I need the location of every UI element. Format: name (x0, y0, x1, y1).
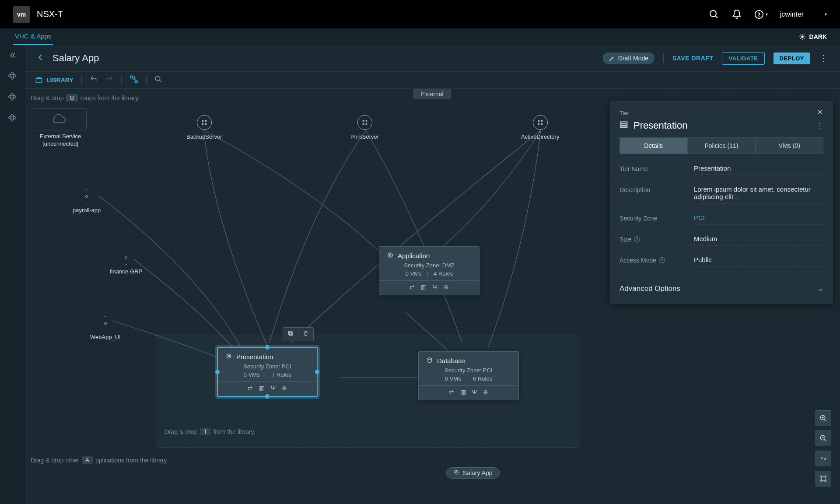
label-access-mode: Access Mode? (620, 256, 685, 264)
svg-point-41 (228, 355, 230, 357)
hint-tiers: Drag & drop T from the library. (164, 428, 256, 435)
lock-icon (387, 252, 393, 259)
tab-details[interactable]: Details (620, 137, 687, 154)
node-activedirectory[interactable]: ActiveDirectory (521, 115, 559, 140)
topbar: vm NSX-T ▾ jcwinter ▾ (0, 0, 840, 28)
node-payroll-app[interactable]: payroll-app (73, 189, 101, 214)
svg-point-43 (455, 470, 458, 474)
svg-rect-32 (538, 120, 539, 122)
tab-vhc-apps[interactable]: VHC & Apps (13, 28, 53, 45)
search-icon[interactable] (709, 9, 719, 20)
svg-line-9 (800, 35, 801, 35)
back-button[interactable] (37, 52, 45, 64)
tier-application[interactable]: Application Security Zone: DMZ 0 VMs|4 R… (379, 246, 480, 295)
shield-icon[interactable]: ⊕ (282, 385, 287, 392)
network-icon[interactable]: Ψ (472, 388, 477, 396)
help-icon[interactable]: ? (659, 257, 665, 263)
zoom-out-button[interactable] (816, 430, 831, 446)
field-description[interactable]: Lorem ipsum dolor sit amet, consectetur … (694, 186, 823, 203)
swap-icon[interactable]: ⇄ (248, 385, 253, 392)
label-size: Size? (620, 235, 685, 243)
svg-rect-39 (288, 331, 291, 334)
fit-screen-button[interactable] (816, 451, 831, 466)
resize-handle[interactable] (265, 394, 270, 399)
field-security-zone[interactable]: PCI (694, 214, 823, 224)
svg-line-1 (715, 16, 718, 18)
svg-rect-52 (822, 477, 825, 480)
notifications-icon[interactable] (732, 9, 742, 20)
svg-point-16 (10, 93, 14, 101)
server-icon[interactable]: ▥ (460, 388, 466, 396)
node-finance-grp[interactable]: finance-GRP (110, 251, 142, 275)
svg-point-14 (10, 72, 14, 80)
shield-icon[interactable]: ⊕ (483, 388, 488, 396)
chevron-down-icon: ▾ (766, 12, 768, 17)
primary-tabs: VHC & Apps DARK (0, 28, 840, 45)
node-printserver[interactable]: PrintServer (350, 115, 379, 140)
field-access-mode[interactable]: Public (694, 256, 823, 266)
copy-icon[interactable] (283, 328, 298, 341)
zoom-in-button[interactable] (816, 410, 831, 426)
svg-point-4 (801, 35, 803, 38)
field-size[interactable]: Medium (694, 235, 823, 245)
tier-icon (620, 120, 628, 131)
draft-mode-badge: Draft Mode (603, 52, 654, 64)
grid-icon (197, 115, 212, 130)
svg-line-10 (804, 38, 804, 38)
undo-icon[interactable] (90, 75, 98, 85)
server-icon[interactable]: ▥ (421, 284, 427, 290)
external-service-placeholder[interactable]: External Service[unconnected] (30, 108, 91, 148)
svg-line-11 (800, 38, 801, 38)
validate-button[interactable]: VALIDATE (722, 52, 764, 65)
user-menu[interactable]: jcwinter (780, 10, 804, 18)
resize-handle[interactable] (215, 370, 220, 374)
svg-rect-31 (365, 123, 367, 125)
swap-icon[interactable]: ⇄ (410, 284, 415, 290)
resize-handle[interactable] (265, 345, 270, 350)
tab-vms[interactable]: VMs (0) (756, 137, 823, 154)
node-webapp-ui[interactable]: WebApp_UI (90, 316, 121, 340)
tier-presentation[interactable]: Presentation Security Zone: PCI 0 VMs|7 … (217, 347, 318, 397)
app-context-pill[interactable]: Salary App (446, 467, 500, 479)
hint-groups: Drag & drop G roups from the library. (31, 94, 140, 102)
database-icon (427, 357, 433, 364)
delete-icon[interactable] (298, 328, 313, 341)
canvas-search-icon[interactable] (154, 75, 162, 85)
advanced-options-toggle[interactable]: Advanced Options ⌄ (620, 284, 823, 293)
auto-layout-icon[interactable] (130, 75, 138, 85)
network-icon[interactable]: Ψ (433, 284, 438, 290)
details-panel: Tier Presentation ⋮ Details Policies (11… (610, 101, 833, 304)
rail-item-3-icon[interactable] (8, 113, 17, 124)
save-draft-button[interactable]: SAVE DRAFT (672, 55, 713, 62)
help-menu[interactable]: ▾ (754, 10, 768, 19)
svg-rect-21 (135, 80, 137, 83)
svg-rect-26 (202, 123, 204, 125)
help-icon[interactable]: ? (634, 236, 640, 242)
network-icon[interactable]: Ψ (271, 385, 276, 392)
rail-item-1-icon[interactable] (8, 71, 17, 82)
external-section-label: External (413, 89, 451, 99)
fullscreen-button[interactable] (816, 471, 831, 486)
svg-point-44 (456, 472, 457, 473)
redo-icon[interactable] (105, 75, 113, 85)
theme-toggle[interactable]: DARK (799, 33, 827, 40)
swap-icon[interactable]: ⇄ (449, 388, 454, 396)
panel-more-icon[interactable]: ⋮ (816, 122, 823, 130)
more-actions-icon[interactable]: ⋮ (819, 53, 828, 63)
rail-item-2-icon[interactable] (8, 92, 17, 103)
svg-point-18 (10, 114, 14, 122)
collapse-rail-icon[interactable] (8, 51, 16, 61)
tier-database[interactable]: Database Security Zone: PCI 0 VMs|6 Rule… (418, 351, 519, 400)
library-button[interactable]: LIBRARY (35, 76, 74, 84)
tab-policies[interactable]: Policies (11) (687, 137, 755, 154)
field-tier-name[interactable]: Presentation (694, 164, 823, 175)
shield-icon[interactable]: ⊕ (444, 284, 449, 290)
close-icon[interactable] (816, 108, 823, 117)
node-backupserver[interactable]: BackupServer (186, 115, 222, 140)
deploy-button[interactable]: DEPLOY (774, 52, 810, 64)
draft-mode-label: Draft Mode (618, 55, 648, 62)
server-icon[interactable]: ▥ (259, 385, 265, 392)
svg-rect-56 (621, 124, 627, 125)
resize-handle[interactable] (315, 370, 319, 374)
chevron-down-icon[interactable]: ▾ (825, 12, 827, 17)
